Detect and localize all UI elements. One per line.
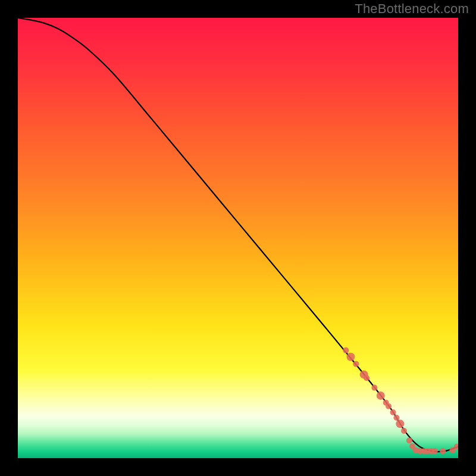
- highlight-point: [343, 347, 349, 353]
- highlight-point: [353, 361, 359, 367]
- highlight-point: [440, 448, 446, 454]
- chart-svg: [18, 18, 458, 458]
- highlight-point: [406, 437, 412, 443]
- highlight-point: [377, 392, 385, 400]
- highlight-point: [346, 353, 355, 361]
- highlight-point: [386, 403, 392, 409]
- watermark-text: TheBottleneck.com: [355, 1, 469, 17]
- plot-area: [18, 18, 458, 458]
- highlight-point: [396, 419, 404, 428]
- highlight-point: [364, 375, 369, 381]
- highlight-point: [432, 448, 438, 454]
- highlight-point: [371, 385, 377, 391]
- highlight-point: [401, 428, 407, 434]
- highlight-point: [390, 409, 396, 415]
- gradient-background: [18, 18, 458, 458]
- highlight-point: [393, 415, 399, 421]
- chart-frame: TheBottleneck.com: [0, 0, 476, 476]
